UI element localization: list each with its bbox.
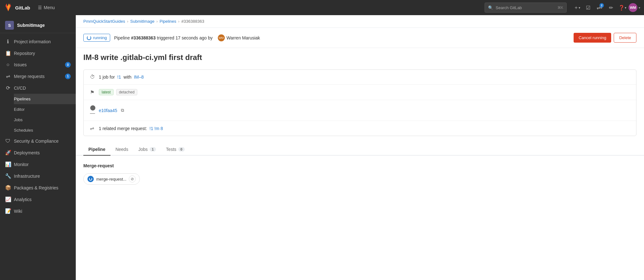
- sidebar-item-packages[interactable]: 📦 Packages & Registries: [0, 182, 76, 194]
- breadcrumb-pipelines[interactable]: Pipelines: [159, 19, 176, 24]
- gitlab-logo[interactable]: GitLab: [4, 3, 30, 12]
- nav-icons: ＋ ▾ ☑ ⇌ 2 ▾ ✏ ❓ ▾ WM ▾: [572, 3, 640, 13]
- tab-jobs[interactable]: Jobs 1: [133, 144, 161, 156]
- pipeline-user: WM Warren Marusiak: [218, 34, 260, 41]
- sidebar-item-label: Repository: [14, 51, 35, 56]
- infrastructure-icon: 🔧: [5, 173, 11, 179]
- sidebar-item-infrastructure[interactable]: 🔧 Infrastructure: [0, 170, 76, 182]
- search-shortcut: ⌘K: [558, 6, 563, 10]
- breadcrumb: PmmQuickStartGuides › SubmitImage › Pipe…: [76, 15, 644, 28]
- detail-row-jobs: ⏱ 1 job for !1 with IM–8: [84, 70, 636, 85]
- job-skip-button[interactable]: ⊘: [129, 176, 136, 182]
- sidebar-item-label: Deployments: [14, 150, 40, 155]
- sidebar-item-label: CI/CD: [14, 86, 26, 91]
- analytics-icon: 📈: [5, 196, 11, 202]
- job-ref-link[interactable]: !1: [117, 74, 121, 80]
- commit-icon: ⬤—: [90, 104, 96, 116]
- copy-commit-button[interactable]: ⧉: [120, 107, 125, 114]
- sidebar-item-analytics[interactable]: 📈 Analytics: [0, 194, 76, 205]
- hamburger-icon: ☰: [38, 5, 42, 10]
- sidebar-item-label: Infrastructure: [14, 174, 40, 179]
- breadcrumb-sep-2: ›: [156, 19, 158, 24]
- monitor-icon: 📊: [5, 161, 11, 167]
- sidebar-item-label: Wiki: [14, 209, 22, 214]
- issues-button[interactable]: ☑: [583, 3, 593, 13]
- merge-requests-badge: 2: [599, 3, 604, 8]
- pipeline-triggered-ago: 17 seconds ago: [176, 35, 207, 40]
- merge-requests-button[interactable]: ⇌ 2 ▾: [594, 3, 605, 13]
- breadcrumb-sep-3: ›: [178, 19, 179, 24]
- logo-text: GitLab: [15, 5, 30, 10]
- menu-label: Menu: [44, 5, 55, 10]
- search-bar[interactable]: 🔍 Search GitLab ⌘K: [485, 3, 567, 13]
- status-badge: running: [83, 34, 110, 42]
- pipeline-tabs: Pipeline Needs Jobs 1 Tests 0: [76, 144, 644, 156]
- sidebar-item-project-information[interactable]: ℹ Project information: [0, 36, 76, 47]
- sidebar-item-monitor[interactable]: 📊 Monitor: [0, 158, 76, 170]
- tab-needs[interactable]: Needs: [110, 144, 133, 156]
- tab-pipeline[interactable]: Pipeline: [83, 144, 110, 156]
- security-icon: 🛡: [5, 138, 11, 144]
- sidebar-item-label: Analytics: [14, 197, 32, 202]
- project-info-icon: ℹ: [5, 39, 11, 45]
- merge-request-link[interactable]: !1 !m 8: [150, 126, 163, 131]
- sidebar-item-repository[interactable]: 📋 Repository: [0, 47, 76, 59]
- sidebar-item-schedules[interactable]: Schedules: [14, 125, 76, 135]
- sidebar: S SubmitImage ℹ Project information 📋 Re…: [0, 15, 76, 280]
- stage-label: Merge-request: [83, 163, 636, 168]
- pipeline-job-node[interactable]: merge-request... ⊘: [83, 173, 140, 185]
- cicd-icon: ⟳: [5, 85, 11, 91]
- sidebar-item-label: Pipelines: [14, 97, 31, 101]
- breadcrumb-sep-1: ›: [127, 19, 128, 24]
- running-spinner: [87, 36, 91, 40]
- app-layout: S SubmitImage ℹ Project information 📋 Re…: [0, 15, 644, 280]
- clock-icon: ⏱: [90, 74, 96, 80]
- user-avatar[interactable]: WM: [629, 3, 637, 12]
- merge-ref-link[interactable]: IM–8: [134, 74, 144, 80]
- pipeline-number: #336388363: [131, 35, 156, 40]
- help-chevron-icon: ▾: [625, 6, 626, 9]
- help-icon: ❓: [618, 5, 625, 11]
- tab-jobs-count: 1: [150, 147, 156, 152]
- breadcrumb-project[interactable]: SubmitImage: [130, 19, 155, 24]
- sidebar-item-label: Editor: [14, 107, 25, 112]
- create-button[interactable]: ＋ ▾: [572, 3, 582, 13]
- wiki-icon: 📝: [5, 208, 11, 214]
- menu-button[interactable]: ☰ Menu: [35, 3, 57, 12]
- tab-pipeline-label: Pipeline: [88, 147, 105, 152]
- help-button[interactable]: ❓ ▾: [617, 3, 627, 13]
- tab-tests[interactable]: Tests 0: [161, 144, 190, 156]
- sidebar-item-issues[interactable]: ○ Issues 0: [0, 59, 76, 70]
- pipeline-label: Pipeline: [114, 35, 131, 40]
- avatar-chevron-icon: ▾: [639, 6, 640, 9]
- sidebar-item-security-compliance[interactable]: 🛡 Security & Compliance: [0, 135, 76, 147]
- edit-button[interactable]: ✏: [606, 3, 616, 13]
- pipeline-trigger-text: triggered: [157, 35, 176, 40]
- detail-row-merge-request: ⇌ 1 related merge request: !1 !m 8: [84, 121, 636, 136]
- detail-row-tags: ⚑ latest detached: [84, 85, 636, 100]
- user-avatar-small: WM: [218, 34, 225, 41]
- commit-hash-link[interactable]: e10faa45: [99, 108, 117, 113]
- job-name: merge-request...: [96, 177, 126, 182]
- sidebar-item-jobs[interactable]: Jobs: [14, 115, 76, 125]
- sidebar-item-merge-requests[interactable]: ⇌ Merge requests 1: [0, 70, 76, 82]
- sidebar-item-wiki[interactable]: 📝 Wiki: [0, 205, 76, 217]
- status-label: running: [93, 35, 107, 40]
- sidebar-item-editor[interactable]: Editor: [14, 104, 76, 115]
- breadcrumb-org[interactable]: PmmQuickStartGuides: [83, 19, 125, 24]
- merge-requests-badge: 1: [65, 74, 71, 79]
- main-content: PmmQuickStartGuides › SubmitImage › Pipe…: [76, 15, 644, 280]
- pipeline-graph-section: Merge-request merge-request... ⊘: [76, 156, 644, 192]
- sidebar-item-label: Security & Compliance: [14, 139, 59, 144]
- merge-request-text: 1 related merge request:: [99, 126, 147, 131]
- sidebar-item-deployments[interactable]: 🚀 Deployments: [0, 147, 76, 158]
- top-nav: GitLab ☰ Menu 🔍 Search GitLab ⌘K ＋ ▾ ☑ ⇌…: [0, 0, 644, 15]
- sidebar-item-pipelines[interactable]: Pipelines: [14, 94, 76, 104]
- sidebar-item-label: Jobs: [14, 117, 22, 122]
- delete-button[interactable]: Delete: [614, 33, 636, 43]
- project-name: SubmitImage: [17, 23, 45, 28]
- merge-request-icon: ⇌: [90, 125, 96, 131]
- cancel-running-button[interactable]: Cancel running: [574, 33, 611, 43]
- sidebar-item-cicd[interactable]: ⟳ CI/CD: [0, 82, 76, 94]
- project-header[interactable]: S SubmitImage: [0, 18, 76, 33]
